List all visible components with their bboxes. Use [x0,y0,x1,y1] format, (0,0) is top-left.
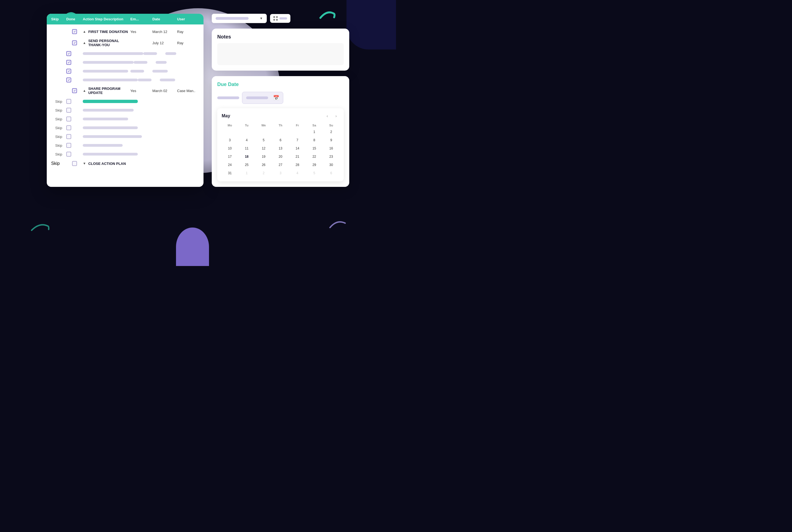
calendar-next-button[interactable]: › [333,113,339,119]
calendar-day[interactable]: 23 [327,153,335,160]
calendar-icon[interactable]: 📅 [273,95,279,101]
due-date-field[interactable]: 📅 [242,92,283,104]
calendar-day[interactable]: 24 [226,161,234,169]
skip-label-pu1[interactable]: Skip [51,99,66,103]
checkbox-pu2[interactable] [66,108,71,113]
section-email-3: Yes [130,89,152,93]
calendar-day[interactable]: 29 [311,161,318,169]
calendar-day[interactable]: 15 [311,145,318,152]
calendar-day[interactable] [260,128,268,136]
calendar-day[interactable]: 7 [293,136,301,144]
calendar-prev-button[interactable]: ‹ [324,113,331,119]
calendar-day[interactable]: 30 [327,161,335,169]
done-cell-2[interactable] [66,40,83,45]
calendar-day[interactable] [277,128,284,136]
calendar-day[interactable]: 2 [327,128,335,136]
calendar-day[interactable]: 17 [226,153,234,160]
checkbox-s2[interactable] [66,60,71,65]
collapse-icon-2[interactable]: ▲ [83,41,86,45]
calendar-day[interactable] [293,128,301,136]
calendar-day[interactable]: 2 [260,169,268,177]
program-update-sub-row-5[interactable]: Skip [47,132,203,141]
calendar-day[interactable]: 8 [311,136,318,144]
calendar-day[interactable]: 13 [277,145,284,152]
section-row-close-action-plan[interactable]: Skip ▼ CLOSE ACTION PLAN [47,158,203,168]
section-row-share-program-update[interactable]: ▲ SHARE PROGRAM UPDATE Yes March 02 Case… [47,84,203,97]
checkbox-pu4[interactable] [66,125,71,130]
skip-label-pu3[interactable]: Skip [51,117,66,121]
calendar-day[interactable]: 12 [260,145,268,152]
done-cell-4[interactable] [66,161,83,166]
skip-label-pu4[interactable]: Skip [51,126,66,130]
grid-view-icon [273,16,278,21]
checkbox-unchecked-4[interactable] [72,161,77,166]
dropdown-select[interactable]: ▼ [212,14,267,23]
calendar-day[interactable]: 25 [243,161,251,169]
calendar-day[interactable]: 4 [293,169,301,177]
checkbox-pu7[interactable] [66,152,71,157]
calendar-day[interactable]: 6 [277,136,284,144]
program-update-sub-row-4[interactable]: Skip [47,124,203,132]
calendar-day[interactable]: 10 [226,145,234,152]
calendar-day[interactable]: 3 [277,169,284,177]
calendar-day[interactable]: 11 [243,145,251,152]
done-cell-3[interactable] [66,88,83,93]
program-update-sub-row-1[interactable]: Skip [47,97,203,106]
calendar-day[interactable]: 18 [243,153,251,160]
dropdown-row: ▼ [212,14,349,23]
collapse-icon-1[interactable]: ▲ [83,30,86,34]
program-update-sub-row-3[interactable]: Skip [47,115,203,124]
section-title-1: ▲ FIRST TIME DONATION [83,30,130,34]
checkbox-checked-3[interactable] [72,88,77,93]
calendar-day[interactable]: 6 [327,169,335,177]
calendar-day[interactable]: 9 [327,136,335,144]
calendar-day[interactable]: 3 [226,136,234,144]
checkbox-s3[interactable] [66,69,71,74]
section-row-send-personal-thank-you[interactable]: ▲ SEND PERSONAL THANK-YOU July 12 Ray [47,37,203,49]
calendar-day[interactable]: 31 [226,169,234,177]
checkbox-pu3[interactable] [66,116,71,121]
section-row-first-time-donation[interactable]: ▲ FIRST TIME DONATION Yes March 12 Ray [47,27,203,37]
calendar-day[interactable]: 21 [293,153,301,160]
sub-row-1[interactable] [47,49,203,58]
sub-row-3[interactable] [47,67,203,76]
skip-label-pu2[interactable]: Skip [51,108,66,112]
calendar-day[interactable]: 16 [327,145,335,152]
checkbox-pu5[interactable] [66,134,71,139]
notes-body[interactable] [217,43,344,65]
skip-label-pu5[interactable]: Skip [51,135,66,139]
skip-label-cap[interactable]: Skip [51,161,66,166]
calendar-day[interactable]: 4 [243,136,251,144]
calendar-day[interactable]: 27 [277,161,284,169]
skip-label-pu6[interactable]: Skip [51,144,66,148]
skip-label-pu7[interactable]: Skip [51,152,66,156]
checkbox-checked-2[interactable] [72,40,77,45]
calendar-day[interactable]: 20 [277,153,284,160]
calendar-day[interactable]: 1 [311,128,318,136]
calendar-day[interactable]: 5 [260,136,268,144]
done-cell-1[interactable] [66,29,83,34]
program-update-sub-row-2[interactable]: Skip [47,106,203,115]
checkbox-s4[interactable] [66,77,71,82]
calendar-day[interactable]: 14 [293,145,301,152]
checkbox-s1[interactable] [66,51,71,56]
collapse-icon-4[interactable]: ▼ [83,162,86,166]
calendar-day[interactable]: 5 [311,169,318,177]
calendar-day[interactable]: 1 [243,169,251,177]
collapse-icon-3[interactable]: ▲ [83,89,86,93]
calendar-month: May [222,113,230,118]
calendar-day[interactable]: 28 [293,161,301,169]
view-toggle[interactable] [270,14,290,23]
sub-row-2[interactable] [47,58,203,67]
checkbox-pu1[interactable] [66,99,71,104]
calendar-day[interactable] [243,128,251,136]
checkbox-checked-1[interactable] [72,29,77,34]
calendar-day[interactable]: 26 [260,161,268,169]
checkbox-pu6[interactable] [66,143,71,148]
calendar-day[interactable]: 22 [311,153,318,160]
program-update-sub-row-7[interactable]: Skip [47,150,203,158]
calendar-day[interactable] [226,128,234,136]
sub-row-4[interactable] [47,76,203,84]
calendar-day[interactable]: 19 [260,153,268,160]
program-update-sub-row-6[interactable]: Skip [47,141,203,150]
